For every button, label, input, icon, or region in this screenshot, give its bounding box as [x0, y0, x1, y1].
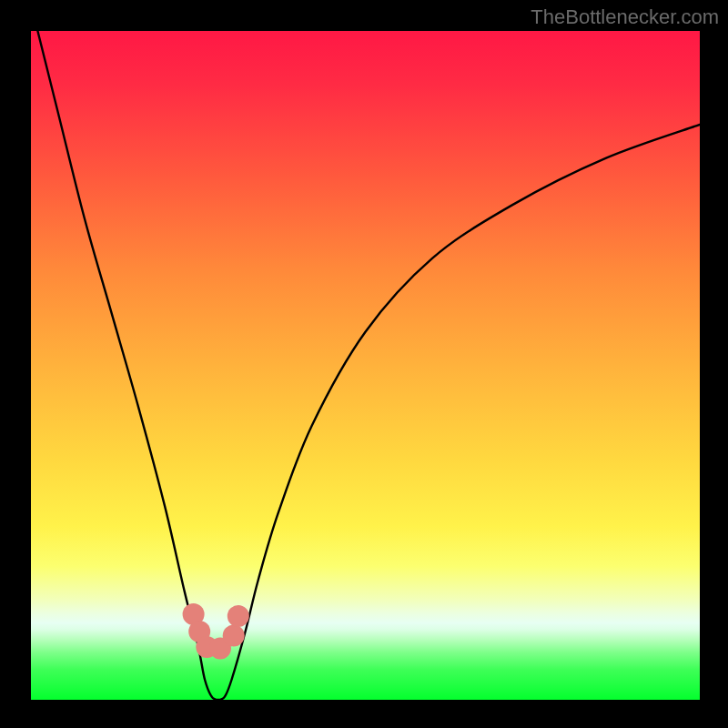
marker-right-lower: [223, 624, 245, 646]
marker-bottom-mid: [209, 637, 231, 659]
marker-left-upper: [183, 603, 205, 625]
bottleneck-curve: [37, 31, 700, 700]
marker-left-mid: [188, 621, 210, 642]
curve-markers: [183, 603, 249, 660]
chart-plot-area: [31, 31, 700, 700]
watermark-text: TheBottlenecker.com: [531, 5, 719, 29]
marker-right-upper: [228, 605, 249, 627]
marker-bottom-left: [196, 636, 217, 658]
chart-svg: [31, 31, 700, 700]
